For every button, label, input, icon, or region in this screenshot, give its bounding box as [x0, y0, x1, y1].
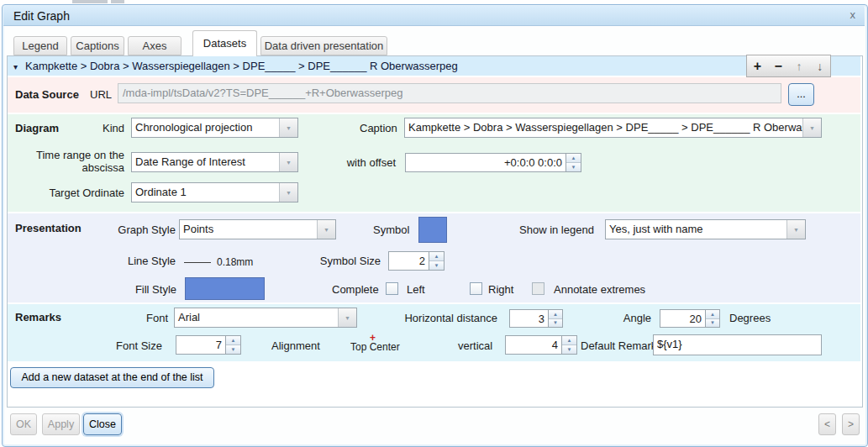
annotate-extremes-label: Annotate extremes [554, 283, 645, 296]
graph-style-select[interactable]: Points ▼ [179, 219, 336, 239]
spinner-down-icon[interactable]: ▼ [549, 318, 562, 328]
previous-page-button[interactable]: < [818, 413, 836, 435]
apply-button[interactable]: Apply [42, 413, 80, 435]
spinner-down-icon[interactable]: ▼ [706, 318, 719, 328]
kind-label: Kind [82, 122, 124, 134]
caption-value: Kampkette > Dobra > Wasserspiegellagen >… [405, 118, 802, 137]
complete-checkbox[interactable] [386, 282, 398, 295]
symbol-size-label: Symbol Size [315, 255, 381, 267]
spinner-up-icon[interactable]: ▲ [549, 310, 562, 318]
chevron-down-icon[interactable]: ▼ [786, 220, 805, 239]
left-label: Left [407, 283, 425, 296]
font-select[interactable]: Arial ▼ [174, 308, 357, 328]
vertical-label: vertical [458, 339, 490, 352]
show-in-legend-label: Show in legend [519, 224, 594, 236]
dialog-titlebar[interactable]: Edit Graph x [3, 6, 865, 26]
remove-dataset-icon[interactable]: − [768, 59, 788, 74]
tab-datasets[interactable]: Datasets [192, 30, 257, 56]
url-label: URL [90, 88, 112, 101]
chevron-down-icon[interactable]: ▼ [338, 308, 356, 327]
offset-spinner[interactable]: +0:0:0 0:0:0 ▲ ▼ [405, 153, 581, 172]
fill-style-label: Fill Style [128, 283, 176, 296]
url-browse-button[interactable]: ... [788, 83, 814, 106]
dialog-title: Edit Graph [13, 9, 70, 23]
annotate-extremes-checkbox[interactable] [532, 282, 544, 295]
chevron-down-icon[interactable]: ▼ [279, 183, 297, 202]
spinner-up-icon[interactable]: ▲ [706, 310, 719, 318]
spinner-down-icon[interactable]: ▼ [429, 260, 444, 270]
spinner-up-icon[interactable]: ▲ [566, 154, 581, 162]
url-input[interactable]: /mda-impl/tsData/v2?TS=DPE______+R+Oberw… [118, 83, 781, 103]
symbol-color-swatch[interactable] [418, 217, 447, 243]
ok-button[interactable]: OK [10, 413, 37, 435]
horizontal-distance-spinner[interactable]: 3 ▲ ▼ [509, 309, 563, 328]
line-style-value: 0.18mm [217, 256, 253, 269]
vertical-value[interactable]: 4 [505, 335, 562, 355]
offset-value[interactable]: +0:0:0 0:0:0 [405, 153, 566, 172]
chevron-down-icon[interactable]: ▾ [13, 60, 18, 73]
angle-spinner[interactable]: 20 ▲ ▼ [660, 309, 720, 328]
section-title-remarks: Remarks [15, 311, 61, 323]
vertical-spinner[interactable]: 4 ▲ ▼ [505, 335, 577, 355]
move-up-icon[interactable]: ↑ [789, 60, 809, 73]
font-label: Font [134, 312, 168, 324]
target-ordinate-label: Target Ordinate [40, 187, 124, 199]
symbol-size-spinner[interactable]: 2 ▲ ▼ [388, 251, 445, 271]
chevron-down-icon[interactable]: ▼ [317, 220, 335, 239]
caption-label: Caption [360, 122, 397, 134]
left-checkbox[interactable] [470, 282, 482, 295]
tab-data-driven-presentation[interactable]: Data driven presentation [260, 36, 387, 55]
section-title-diagram: Diagram [15, 122, 59, 134]
spinner-up-icon[interactable]: ▲ [226, 336, 240, 344]
add-dataset-icon[interactable]: + [747, 59, 767, 74]
target-ordinate-value: Ordinate 1 [132, 183, 279, 202]
section-title-presentation: Presentation [15, 222, 82, 234]
add-dataset-button[interactable]: Add a new dataset at the end of the list [10, 367, 214, 388]
font-size-spinner[interactable]: 7 ▲ ▼ [176, 335, 241, 355]
dataset-header[interactable]: ▾ Kampkette > Dobra > Wasserspiegellagen… [8, 56, 860, 76]
next-page-button[interactable]: > [842, 413, 860, 435]
time-range-select[interactable]: Date Range of Interest ▼ [131, 152, 298, 172]
tab-axes[interactable]: Axes [128, 36, 181, 55]
symbol-label: Symbol [373, 224, 409, 236]
spinner-up-icon[interactable]: ▲ [562, 336, 576, 344]
breadcrumb: Kampkette > Dobra > Wasserspiegellagen >… [25, 60, 458, 72]
angle-value[interactable]: 20 [660, 309, 706, 328]
font-value: Arial [175, 308, 338, 327]
tab-legend[interactable]: Legend [13, 36, 67, 55]
default-remark-input[interactable]: ${v1} [653, 334, 822, 355]
graph-style-label: Graph Style [108, 224, 176, 236]
time-range-label: Time range on the abscissa [22, 149, 124, 174]
angle-label: Angle [613, 312, 651, 324]
degrees-label: Degrees [729, 312, 771, 324]
background-fragment [72, 0, 108, 3]
line-style-sample[interactable] [184, 262, 211, 263]
chevron-down-icon[interactable]: ▼ [802, 118, 821, 137]
close-button[interactable]: Close [83, 413, 122, 435]
tab-captions[interactable]: Captions [71, 36, 124, 55]
kind-select[interactable]: Chronological projection ▼ [131, 118, 298, 138]
chevron-down-icon[interactable]: ▼ [279, 118, 297, 137]
page: Edit Graph x Legend Captions Axes Datase… [0, 0, 868, 447]
spinner-up-icon[interactable]: ▲ [429, 252, 444, 260]
dataset-toolbar: + − ↑ ↓ [746, 55, 831, 77]
kind-value: Chronological projection [132, 118, 279, 137]
target-ordinate-select[interactable]: Ordinate 1 ▼ [131, 182, 298, 202]
time-range-value: Date Range of Interest [132, 153, 279, 171]
horizontal-distance-label: Horizontal distance [402, 312, 497, 324]
spinner-down-icon[interactable]: ▼ [562, 344, 576, 354]
offset-label: with offset [319, 156, 396, 169]
spinner-down-icon[interactable]: ▼ [226, 344, 240, 354]
chevron-down-icon[interactable]: ▼ [279, 153, 297, 171]
close-icon[interactable]: x [850, 8, 856, 21]
fill-style-swatch[interactable] [185, 277, 265, 300]
symbol-size-value[interactable]: 2 [388, 251, 429, 271]
horizontal-distance-value[interactable]: 3 [509, 309, 549, 328]
caption-select[interactable]: Kampkette > Dobra > Wasserspiegellagen >… [404, 118, 822, 138]
section-title-data-source: Data Source [15, 88, 79, 101]
show-in-legend-select[interactable]: Yes, just with name ▼ [605, 219, 806, 239]
move-down-icon[interactable]: ↓ [810, 60, 830, 73]
font-size-value[interactable]: 7 [176, 335, 226, 355]
right-label: Right [488, 283, 513, 296]
spinner-down-icon[interactable]: ▼ [566, 162, 581, 171]
